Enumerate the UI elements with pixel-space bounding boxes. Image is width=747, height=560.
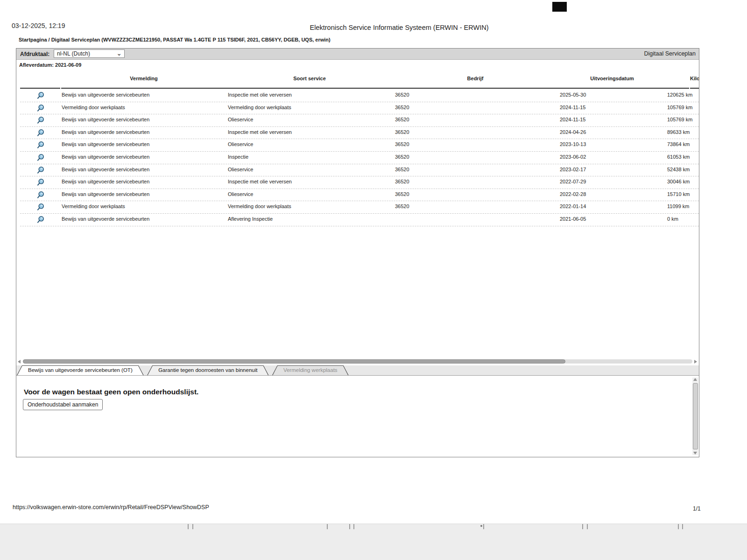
tab-2[interactable]: Garantie tegen doorroesten van binnenuit <box>147 365 268 375</box>
row-soort-service: Aflevering Inspectie <box>228 216 273 222</box>
row-soort-service: Inspectie met olie verversen <box>228 179 292 184</box>
row-bedrijf: 36520 <box>395 203 409 209</box>
column-header-uitvoeringsdatum: Uitvoeringsdatum <box>590 76 634 81</box>
magnifier-icon[interactable] <box>37 141 44 149</box>
row-kilometerstand: 0 km <box>667 216 678 222</box>
magnifier-icon[interactable] <box>37 216 44 224</box>
row-kilometerstand: 61053 km <box>667 154 690 160</box>
hscroll-left-arrow-icon[interactable] <box>18 360 21 364</box>
row-vermelding: Bewijs van uitgevoerde servicebeurten <box>62 179 149 184</box>
service-plan-window: Afdruktaal: nl-NL (Dutch) ⌄ Digitaal Ser… <box>16 48 699 457</box>
row-kilometerstand: 73864 km <box>667 141 690 147</box>
row-kilometerstand: 105769 km <box>667 105 692 110</box>
scan-artifact-tick <box>327 524 328 529</box>
scan-artifact-tick <box>678 524 679 529</box>
vscroll-down-arrow-icon[interactable] <box>693 452 697 455</box>
row-soort-service: Inspectie met olie verversen <box>228 129 292 135</box>
scan-artifact-tick <box>353 524 354 529</box>
magnifier-icon[interactable] <box>37 166 44 174</box>
row-soort-service: Vermelding door werkplaats <box>228 105 291 110</box>
toolbar-right-title: Digitaal Serviceplan <box>644 50 696 57</box>
tab-label: Garantie tegen doorroesten van binnenuit <box>147 365 268 375</box>
scan-artifact-tick <box>349 524 350 529</box>
print-toolbar: Afdruktaal: nl-NL (Dutch) ⌄ Digitaal Ser… <box>16 49 699 60</box>
row-uitvoeringsdatum: 2024-11-15 <box>560 117 585 122</box>
scan-artifact-tick <box>682 524 683 529</box>
scan-artifact-black-box <box>552 2 567 12</box>
tab-1[interactable]: Bewijs van uitgevoerde servicebeurten (O… <box>17 365 144 375</box>
tab-strip: Bewijs van uitgevoerde servicebeurten (O… <box>16 365 699 376</box>
table-row: Bewijs van uitgevoerde servicebeurten In… <box>20 127 699 140</box>
scan-artifact-tick <box>582 524 583 529</box>
row-soort-service: Olieservice <box>228 167 253 172</box>
magnifier-icon[interactable] <box>37 91 44 99</box>
row-bedrijf: 36520 <box>395 154 409 160</box>
row-kilometerstand: 89633 km <box>667 129 690 135</box>
table-row: Bewijs van uitgevoerde servicebeurten Ol… <box>20 189 699 202</box>
row-vermelding: Bewijs van uitgevoerde servicebeurten <box>62 191 149 197</box>
magnifier-icon[interactable] <box>37 129 44 137</box>
row-soort-service: Olieservice <box>228 141 253 147</box>
table-row: Vermelding door werkplaats Vermelding do… <box>20 102 699 115</box>
print-language-select[interactable]: nl-NL (Dutch) ⌄ <box>54 49 125 58</box>
table-row: Bewijs van uitgevoerde servicebeurten Af… <box>20 214 699 226</box>
column-header-bedrijf: Bedrijf <box>467 76 484 81</box>
row-kilometerstand: 52438 km <box>667 167 690 172</box>
vscroll-up-arrow-icon[interactable] <box>693 378 697 381</box>
row-bedrijf: 36520 <box>395 92 409 98</box>
table-header-rule <box>690 88 699 89</box>
magnifier-icon[interactable] <box>37 178 44 186</box>
row-bedrijf: 36520 <box>395 141 409 147</box>
hscroll-thumb[interactable] <box>23 359 565 364</box>
scan-artifact-tick <box>192 524 193 529</box>
tab-label: Bewijs van uitgevoerde servicebeurten (O… <box>17 365 144 375</box>
scan-artifact-tick <box>587 524 588 529</box>
row-bedrijf: 36520 <box>395 105 409 110</box>
footer-url: https://volkswagen.erwin-store.com/erwin… <box>13 504 209 511</box>
row-uitvoeringsdatum: 2023-02-17 <box>560 167 586 172</box>
magnifier-icon[interactable] <box>37 116 44 124</box>
row-soort-service: Olieservice <box>228 191 253 197</box>
row-kilometerstand: 30046 km <box>667 179 690 184</box>
table-row: Bewijs van uitgevoerde servicebeurten In… <box>20 90 699 102</box>
magnifier-icon[interactable] <box>37 203 44 211</box>
row-soort-service: Inspectie <box>228 154 248 160</box>
chevron-down-icon: ⌄ <box>116 49 122 57</box>
row-uitvoeringsdatum: 2023-10-13 <box>560 141 586 147</box>
column-header-soort-service: Soort service <box>293 76 326 81</box>
column-header-vermelding: Vermelding <box>130 76 157 81</box>
vscroll-thumb[interactable] <box>693 383 698 449</box>
row-vermelding: Bewijs van uitgevoerde servicebeurten <box>62 167 149 172</box>
row-kilometerstand: 120625 km <box>667 92 692 98</box>
row-vermelding: Bewijs van uitgevoerde servicebeurten <box>62 216 149 222</box>
row-uitvoeringsdatum: 2023-06-02 <box>560 154 586 160</box>
table-row: Bewijs van uitgevoerde servicebeurten In… <box>20 152 699 164</box>
row-vermelding: Vermelding door werkplaats <box>62 105 125 110</box>
scan-artifact-tick <box>188 524 189 529</box>
row-uitvoeringsdatum: 2024-04-26 <box>560 129 586 135</box>
print-language-label: Afdruktaal: <box>20 51 49 57</box>
table-body: Bewijs van uitgevoerde servicebeurten In… <box>16 90 699 226</box>
hscroll-right-arrow-icon[interactable] <box>694 360 697 364</box>
table-row: Vermelding door werkplaats Vermelding do… <box>20 201 699 214</box>
magnifier-icon[interactable] <box>37 154 44 161</box>
magnifier-icon[interactable] <box>37 104 44 112</box>
table-row: Bewijs van uitgevoerde servicebeurten In… <box>20 176 699 189</box>
row-uitvoeringsdatum: 2025-05-30 <box>560 92 586 98</box>
tab-3[interactable]: Vermelding werkplaats <box>272 365 349 375</box>
no-open-maintenance-message: Voor de wagen bestaat geen open onderhou… <box>24 388 198 396</box>
scan-artifact-band <box>0 524 747 560</box>
table-row: Bewijs van uitgevoerde servicebeurten Ol… <box>20 164 699 177</box>
tab-label: Vermelding werkplaats <box>272 365 349 375</box>
create-maintenance-table-button[interactable]: Onderhoudstabel aanmaken <box>23 399 103 410</box>
row-vermelding: Bewijs van uitgevoerde servicebeurten <box>62 92 149 98</box>
table-header-rule <box>61 88 689 89</box>
page-title: Elektronisch Service Informatie Systeem … <box>51 24 747 31</box>
pane-vertical-scrollbar[interactable] <box>692 378 698 455</box>
table-row: Bewijs van uitgevoerde servicebeurten Ol… <box>20 114 699 127</box>
row-vermelding: Bewijs van uitgevoerde servicebeurten <box>62 154 149 160</box>
delivery-date: Afleverdatum: 2021-06-09 <box>19 62 81 68</box>
row-vermelding: Bewijs van uitgevoerde servicebeurten <box>62 129 149 135</box>
magnifier-icon[interactable] <box>37 191 44 199</box>
row-uitvoeringsdatum: 2022-02-28 <box>560 191 586 197</box>
